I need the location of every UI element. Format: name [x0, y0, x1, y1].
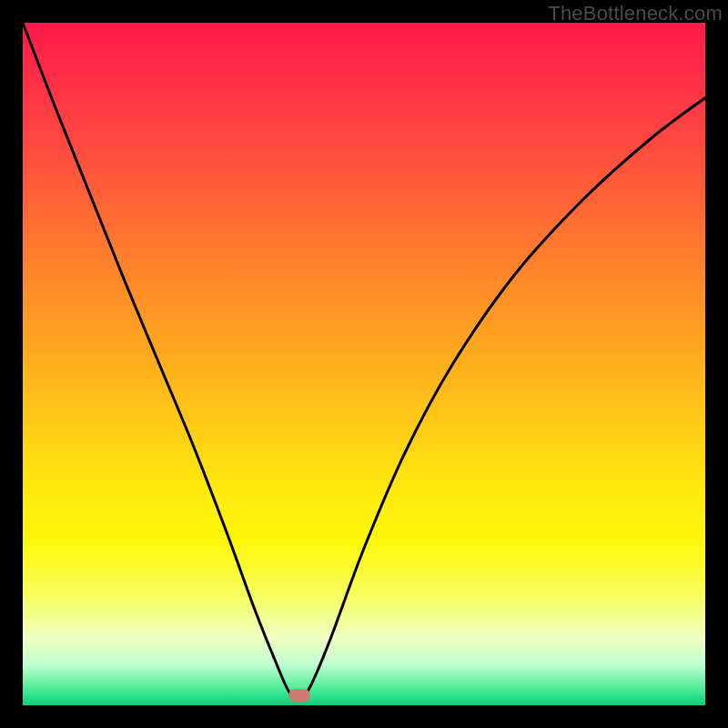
chart-frame: TheBottleneck.com [0, 0, 728, 728]
watermark-text: TheBottleneck.com [548, 2, 723, 25]
curve-path [23, 23, 705, 699]
bottleneck-curve [23, 23, 705, 705]
optimum-marker [288, 689, 310, 702]
